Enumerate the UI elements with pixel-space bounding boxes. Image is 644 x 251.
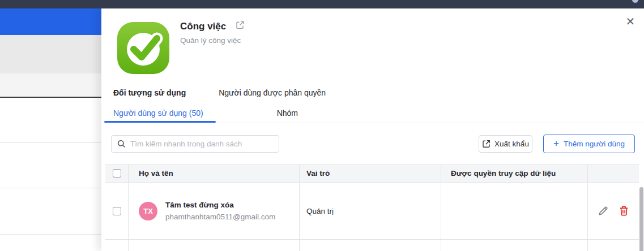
header-data-access: Được quyền truy cập dữ liệu	[441, 165, 588, 182]
edit-button[interactable]	[598, 205, 609, 217]
users-table: Họ và tên Vai trò Được quyền truy cập dữ…	[105, 164, 639, 251]
app-title: Công việc	[180, 21, 226, 32]
main-tabs: Đối tượng sử dụng Người dùng được phân q…	[113, 88, 326, 97]
select-all-checkbox[interactable]	[113, 169, 121, 178]
background-row-divider	[0, 234, 102, 235]
pencil-icon	[598, 205, 609, 217]
background-table-header-line	[0, 97, 102, 98]
background-gray-band	[0, 35, 102, 73]
user-role: Quản trị	[306, 207, 334, 215]
background-blue-header-band	[0, 8, 102, 35]
vertical-scrollbar[interactable]	[639, 187, 643, 251]
subtab-nguoi-dung-su-dung[interactable]: Người dùng sử dụng (50)	[113, 109, 203, 118]
user-avatar-sliver[interactable]	[632, 0, 638, 3]
tab-doi-tuong-su-dung[interactable]: Đối tượng sử dụng	[113, 88, 186, 97]
export-button-label: Xuất khẩu	[494, 140, 529, 148]
delete-button[interactable]	[619, 205, 629, 217]
table-row: TX Tâm test đừng xóa phamthanhtam0511@gm…	[105, 183, 639, 240]
close-icon[interactable]: ✕	[622, 13, 639, 30]
add-user-button[interactable]: + Thêm người dùng	[543, 135, 635, 153]
plus-icon: +	[553, 139, 559, 148]
avatar: TX	[139, 202, 157, 220]
search-box[interactable]	[111, 135, 279, 153]
app-logo-cong-viec	[116, 21, 170, 75]
row-role-cell: Quản trị	[300, 183, 441, 239]
add-user-button-label: Thêm người dùng	[564, 140, 625, 148]
app-subtitle: Quản lý công việc	[180, 36, 245, 45]
row-checkbox[interactable]	[113, 207, 121, 215]
table-header-row: Họ và tên Vai trò Được quyền truy cập dữ…	[105, 164, 639, 183]
subtab-nhom[interactable]: Nhóm	[277, 109, 298, 118]
external-link-icon[interactable]	[236, 20, 245, 32]
search-input[interactable]	[130, 140, 273, 148]
background-row-divider	[0, 188, 102, 188]
background-page	[0, 8, 102, 251]
export-icon	[482, 140, 491, 148]
background-row-divider	[0, 142, 102, 143]
row-checkbox-cell	[105, 183, 129, 239]
row-name-cell: TX Tâm test đừng xóa phamthanhtam0511@gm…	[129, 183, 300, 239]
trash-icon	[619, 205, 629, 217]
search-icon	[117, 140, 126, 148]
user-email: phamthanhtam0511@gmail.com	[165, 213, 275, 221]
header-actions	[588, 165, 639, 182]
row-actions-cell	[588, 183, 639, 239]
app-top-bar	[0, 0, 644, 8]
background-light-band	[0, 73, 102, 97]
sub-tabs: Người dùng sử dụng (50) Nhóm	[113, 109, 298, 118]
subtab-divider-line	[101, 123, 644, 123]
table-row-partial	[105, 240, 639, 251]
tab-nguoi-dung-duoc-phan-quyen[interactable]: Người dùng được phân quyền	[219, 88, 326, 97]
export-button[interactable]: Xuất khẩu	[479, 135, 532, 153]
header-checkbox-cell	[105, 165, 129, 182]
app-permissions-drawer: ✕ Công việc Quản lý công việc Đố	[101, 8, 644, 251]
user-name: Tâm test đừng xóa	[165, 201, 275, 209]
header-role: Vai trò	[300, 165, 441, 182]
header-name: Họ và tên	[129, 165, 300, 182]
row-data-access-cell	[441, 183, 588, 239]
